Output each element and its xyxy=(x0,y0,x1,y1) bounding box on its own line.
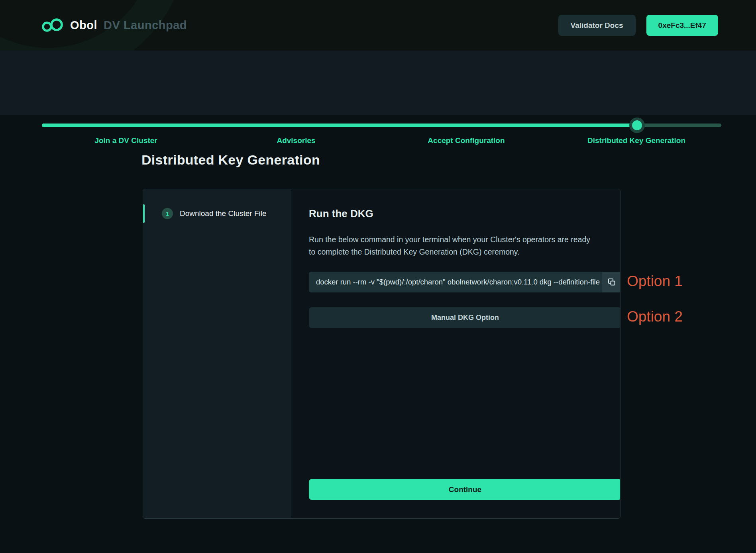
header-actions: Validator Docs 0xeFc3...Ef47 xyxy=(558,15,718,36)
dkg-command-text: docker run --rm -v "$(pwd)/:/opt/charon"… xyxy=(309,272,602,292)
copy-command-button[interactable] xyxy=(602,272,621,292)
page-title: Distributed Key Generation xyxy=(141,152,320,168)
progress-step-advisories: Advisories xyxy=(277,136,315,145)
progress-bar-fill xyxy=(42,124,637,127)
brand-suffix: DV Launchpad xyxy=(104,19,187,32)
step-item-download-cluster-file[interactable]: 1 Download the Cluster File xyxy=(143,204,291,223)
obol-infinity-icon xyxy=(41,18,65,33)
active-step-accent-bar xyxy=(143,204,145,223)
dkg-command-box: docker run --rm -v "$(pwd)/:/opt/charon"… xyxy=(309,272,621,292)
manual-dkg-option-button[interactable]: Manual DKG Option xyxy=(309,307,621,328)
step-number-badge: 1 xyxy=(162,208,173,219)
progress-bar-track xyxy=(42,124,721,127)
progress-step-accept-configuration: Accept Configuration xyxy=(428,136,505,145)
wallet-address-button[interactable]: 0xeFc3...Ef47 xyxy=(646,15,718,36)
copy-icon xyxy=(607,278,616,286)
progress-step-distributed-key-generation: Distributed Key Generation xyxy=(587,136,685,145)
dkg-panel: Run the DKG Run the below command in you… xyxy=(291,189,621,518)
annotation-option-2: Option 2 xyxy=(627,308,683,325)
progress-section: Join a DV Cluster Advisories Accept Conf… xyxy=(0,51,756,115)
panel-description: Run the below command in your terminal w… xyxy=(309,233,592,258)
annotation-option-1: Option 1 xyxy=(627,273,683,290)
validator-docs-button[interactable]: Validator Docs xyxy=(558,15,636,36)
screen: Obol DV Launchpad Validator Docs 0xeFc3.… xyxy=(0,0,756,553)
brand-name: Obol xyxy=(70,19,97,32)
panel-heading: Run the DKG xyxy=(309,208,621,220)
continue-button[interactable]: Continue xyxy=(309,479,621,500)
card-step-list: 1 Download the Cluster File xyxy=(143,189,291,518)
step-item-label: Download the Cluster File xyxy=(180,209,267,218)
progress-handle xyxy=(632,120,642,130)
app-header: Obol DV Launchpad Validator Docs 0xeFc3.… xyxy=(0,0,756,51)
obol-logo[interactable]: Obol DV Launchpad xyxy=(41,18,187,33)
dkg-card: 1 Download the Cluster File Run the DKG … xyxy=(143,189,621,519)
progress-step-join-cluster: Join a DV Cluster xyxy=(94,136,157,145)
